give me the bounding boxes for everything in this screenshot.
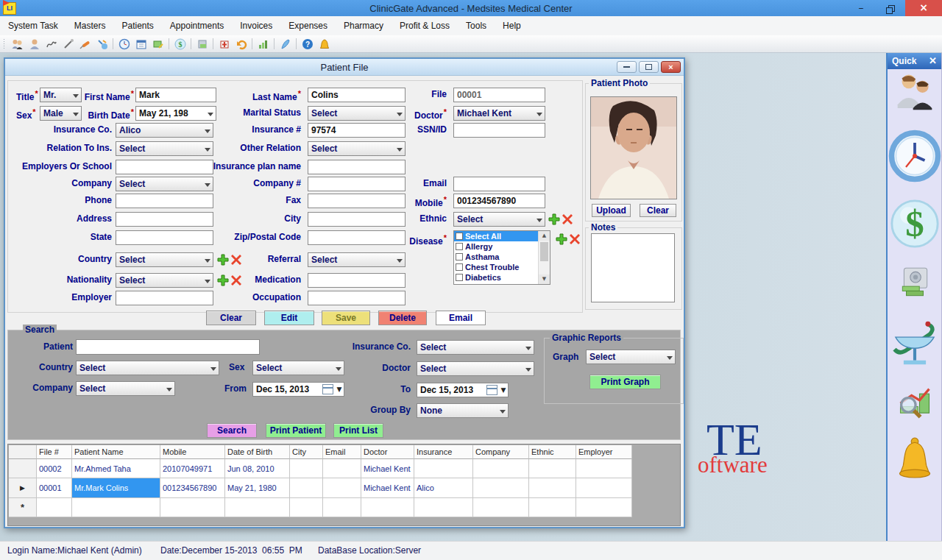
grid-header-company[interactable]: Company [473, 445, 529, 459]
current-row-marker-icon[interactable]: ▶ [9, 478, 37, 498]
checkbox-icon[interactable] [456, 253, 463, 260]
grid-header-email[interactable]: Email [323, 445, 361, 459]
grid-new-row[interactable]: * [9, 498, 632, 517]
grid-header-dob[interactable]: Date of Birth [225, 445, 290, 459]
menu-masters[interactable]: Masters [66, 16, 114, 35]
grid-corner-cell[interactable] [9, 445, 37, 459]
chart-icon[interactable] [255, 37, 272, 52]
nationality-select[interactable]: Select [116, 273, 213, 288]
grid-header-doctor[interactable]: Doctor [361, 445, 414, 459]
nationality-delete-icon[interactable] [230, 274, 242, 286]
referral-select[interactable]: Select [308, 252, 406, 267]
ssn-input[interactable] [453, 123, 545, 138]
checkbox-icon[interactable] [456, 263, 463, 271]
notes-textarea[interactable] [591, 233, 675, 302]
menu-profit-loss[interactable]: Profit & Loss [392, 16, 458, 35]
last-name-input[interactable] [308, 88, 406, 102]
search-country-select[interactable]: Select [76, 361, 219, 375]
disease-add-icon[interactable] [556, 233, 567, 245]
disease-listbox[interactable]: Select All Allergy Asthama Chest Trouble… [453, 230, 550, 285]
disease-option-select-all[interactable]: Select All [454, 231, 550, 241]
quick-cash-safe-icon[interactable] [896, 265, 933, 302]
ethnic-select[interactable]: Select [453, 212, 545, 227]
menu-system-task[interactable]: System Task [0, 16, 66, 35]
probe-icon[interactable] [60, 37, 77, 52]
toolbar-grip[interactable] [3, 38, 6, 50]
checkbox-icon[interactable] [456, 274, 463, 281]
menu-invoices[interactable]: Invoices [232, 16, 280, 35]
mobile-input[interactable] [453, 194, 545, 208]
disease-option-allergy[interactable]: Allergy [454, 241, 550, 252]
photo-upload-button[interactable]: Upload [592, 204, 631, 217]
disease-delete-icon[interactable] [569, 233, 581, 245]
search-company-select[interactable]: Select [76, 381, 175, 396]
signature-icon[interactable] [43, 37, 60, 52]
invoice-money-icon[interactable] [149, 37, 166, 52]
patient-icon[interactable] [26, 37, 43, 52]
scroll-thumb[interactable] [540, 242, 548, 261]
delete-button[interactable]: Delete [378, 311, 427, 325]
photo-clear-button[interactable]: Clear [640, 204, 676, 217]
menu-appointments[interactable]: Appointments [162, 16, 232, 35]
fax-input[interactable] [308, 194, 406, 208]
search-button[interactable]: Search [207, 423, 257, 438]
graph-select[interactable]: Select [586, 350, 676, 364]
nationality-add-icon[interactable] [217, 274, 229, 286]
quick-reminder-bell-icon[interactable] [893, 437, 936, 480]
menu-pharmacy[interactable]: Pharmacy [336, 16, 392, 35]
country-select[interactable]: Select [116, 252, 213, 267]
grid-header-patient-name[interactable]: Patient Name [72, 445, 160, 459]
company-no-input[interactable] [308, 177, 406, 191]
minimize-button[interactable]: – [846, 0, 876, 16]
checkbox-icon[interactable] [456, 243, 463, 250]
menu-help[interactable]: Help [495, 16, 529, 35]
email-button[interactable]: Email [436, 311, 486, 325]
grid-header-ethnic[interactable]: Ethnic [529, 445, 576, 459]
quick-reports-analysis-icon[interactable] [896, 383, 934, 421]
checkbox-icon[interactable] [456, 233, 463, 240]
print-graph-button[interactable]: Print Graph [589, 375, 661, 389]
cleanup-icon[interactable] [277, 37, 294, 52]
grid-row-ahmed-taha[interactable]: 00002 Mr.Ahmed Taha 20107049971 Jun 08, … [9, 459, 632, 478]
search-patient-input[interactable] [76, 339, 260, 355]
pf-maximize-button[interactable] [639, 61, 659, 73]
ethnic-add-icon[interactable] [548, 213, 560, 225]
scroll-up-icon[interactable]: ▲ [539, 231, 550, 241]
menu-expenses[interactable]: Expenses [280, 16, 336, 35]
medication-input[interactable] [308, 273, 406, 288]
disease-option-chest-trouble[interactable]: Chest Trouble [454, 262, 550, 272]
calendar-icon[interactable] [132, 37, 149, 52]
menu-tools[interactable]: Tools [458, 16, 495, 35]
edit-button[interactable]: Edit [264, 311, 314, 325]
quick-close-icon[interactable]: ✕ [929, 53, 937, 69]
help-icon[interactable]: ? [299, 37, 316, 52]
email-input[interactable] [453, 177, 545, 191]
dollar-icon[interactable]: $ [171, 37, 188, 52]
restore-button[interactable] [876, 0, 905, 16]
grid-header-mobile[interactable]: Mobile [160, 445, 225, 459]
disease-scrollbar[interactable]: ▲▼ [538, 231, 550, 284]
country-add-icon[interactable] [217, 254, 229, 266]
expense-box-icon[interactable] [194, 37, 210, 52]
grid-header-file[interactable]: File # [37, 445, 72, 459]
search-sex-select[interactable]: Select [252, 361, 344, 375]
search-doctor-select[interactable]: Select [417, 361, 534, 376]
date-dropdown-icon[interactable]: ▼ [499, 383, 508, 397]
search-from-date[interactable]: Dec 15, 2013▼ [252, 382, 344, 397]
save-button[interactable]: Save [322, 311, 370, 325]
pf-close-button[interactable]: × [661, 61, 681, 73]
occupation-input[interactable] [308, 291, 406, 305]
title-select[interactable]: Mr. [40, 88, 82, 102]
pf-minimize-button[interactable] [617, 61, 637, 73]
bell-icon[interactable] [316, 37, 333, 52]
file-input[interactable] [453, 88, 545, 102]
quick-billing-dollar-icon[interactable]: $ [890, 199, 940, 249]
doctor-select[interactable]: Michael Kent [453, 106, 545, 121]
print-list-button[interactable]: Print List [333, 423, 383, 438]
undo-arrow-icon[interactable] [233, 37, 249, 52]
quick-pharmacy-icon[interactable] [890, 318, 939, 366]
city-input[interactable] [308, 212, 406, 227]
grid-header-employer[interactable]: Employer [576, 445, 632, 459]
quick-appointments-clock-icon[interactable] [888, 130, 941, 182]
marital-status-select[interactable]: Select [308, 106, 406, 121]
